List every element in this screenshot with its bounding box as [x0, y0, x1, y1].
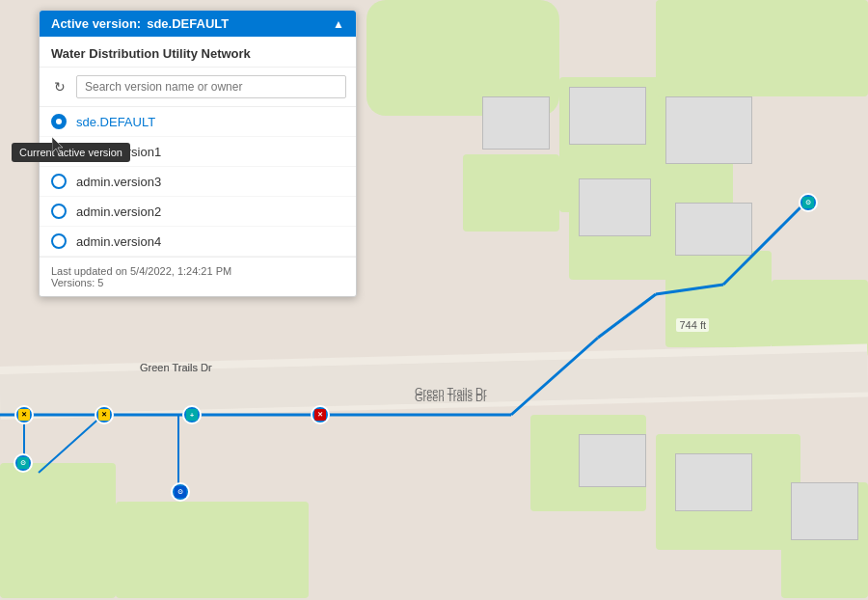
node-badge: ✕ — [314, 409, 326, 421]
node-badge: ✕ — [18, 409, 30, 421]
building — [675, 203, 752, 256]
network-node[interactable]: ✕ — [311, 405, 330, 424]
version-radio[interactable] — [51, 204, 67, 219]
elevation-label: 744 ft — [676, 318, 709, 332]
building — [482, 96, 550, 150]
last-updated-label: Last updated on 5/4/2022, 1:24:21 PM — [51, 265, 344, 277]
road-label-green-trails: Green Trails Dr — [140, 362, 212, 373]
node-badge: + — [186, 409, 198, 421]
chevron-up-icon: ▲ — [333, 17, 344, 31]
version-name: admin.version4 — [76, 234, 161, 249]
panel-body: Water Distribution Utility Network ↻ sde… — [40, 37, 356, 296]
building — [675, 453, 752, 511]
version-radio[interactable] — [51, 174, 67, 189]
node-badge: ⊙ — [17, 457, 29, 469]
version-list: sde.DEFAULTadmin.version1admin.version3a… — [40, 107, 356, 257]
node-badge: ⊙ — [802, 197, 814, 208]
building — [569, 87, 646, 145]
green-area — [116, 502, 309, 598]
road-label-green-trails-2: Green Trails Dr — [415, 392, 487, 403]
green-area — [463, 154, 559, 232]
version-radio[interactable] — [51, 233, 67, 249]
version-name: sde.DEFAULT — [76, 115, 155, 129]
network-node[interactable]: ✕ — [14, 405, 34, 424]
version-item[interactable]: admin.version2 — [40, 197, 356, 227]
network-node[interactable]: ⊙ — [799, 193, 818, 212]
green-area — [656, 0, 868, 96]
network-node[interactable]: ✕ — [95, 405, 114, 424]
version-name: admin.version3 — [76, 175, 161, 189]
panel-title: Water Distribution Utility Network — [40, 37, 356, 68]
network-node[interactable]: + — [182, 405, 202, 424]
version-item[interactable]: admin.version4 — [40, 227, 356, 257]
green-area — [665, 251, 772, 347]
node-badge: ✕ — [98, 409, 110, 421]
refresh-button[interactable]: ↻ — [49, 76, 70, 97]
green-area — [0, 463, 116, 598]
panel-footer: Last updated on 5/4/2022, 1:24:21 PM Ver… — [40, 257, 356, 296]
network-node[interactable]: ⊙ — [14, 453, 33, 473]
node-badge: ⊙ — [175, 486, 186, 498]
versions-count-label: Versions: 5 — [51, 277, 344, 288]
building — [579, 434, 646, 487]
active-version-bar[interactable]: Active version: sde.DEFAULT ▲ — [40, 11, 356, 37]
building — [579, 178, 651, 236]
version-item[interactable]: sde.DEFAULT — [40, 107, 356, 137]
network-node[interactable]: ⊙ — [171, 482, 190, 502]
version-radio[interactable] — [51, 114, 67, 129]
building — [791, 482, 858, 540]
search-input[interactable] — [76, 75, 346, 98]
tooltip: Current active version — [12, 143, 130, 162]
search-row: ↻ — [40, 68, 356, 107]
svg-line-5 — [598, 294, 656, 338]
version-name: admin.version2 — [76, 205, 161, 219]
active-version-name: sde.DEFAULT — [147, 16, 229, 31]
active-version-label: Active version: — [51, 16, 141, 31]
version-item[interactable]: admin.version3 — [40, 167, 356, 197]
building — [665, 96, 752, 164]
